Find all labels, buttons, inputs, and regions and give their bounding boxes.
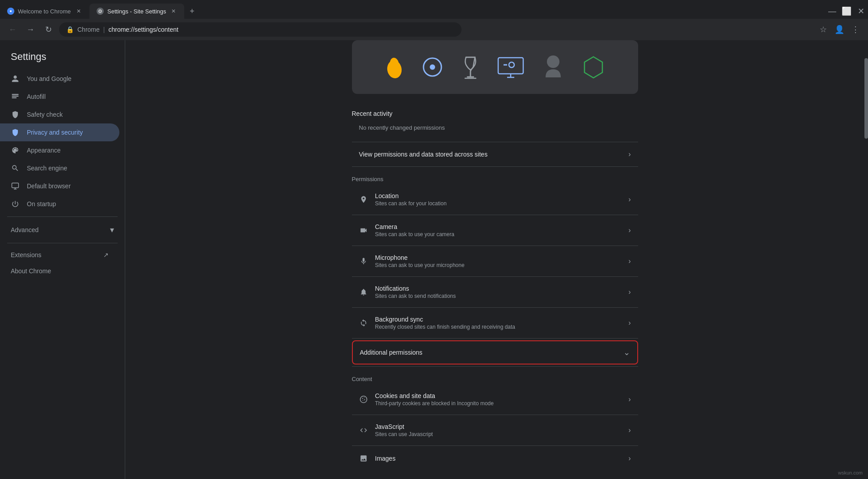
notifications-text: Notifications Sites can ask to send noti…	[375, 285, 622, 299]
separator-5	[352, 276, 638, 277]
content-section-title: Content	[352, 369, 638, 386]
sidebar-item-extensions[interactable]: Extensions ↗	[0, 247, 119, 263]
tab-bar: Welcome to Chrome ✕ ⚙ Settings - Site Se…	[0, 0, 868, 19]
sidebar-item-appearance[interactable]: Appearance	[0, 141, 119, 159]
shield-icon	[11, 110, 20, 119]
scrollbar-thumb[interactable]	[864, 58, 868, 139]
menu-button[interactable]: ⋮	[848, 22, 863, 37]
microphone-title: Microphone	[375, 254, 622, 261]
sidebar-item-privacy-security[interactable]: Privacy and security	[0, 123, 119, 141]
toolbar-right: ☆ 👤 ⋮	[816, 22, 863, 37]
banner-icon-4	[497, 56, 524, 78]
images-arrow: ›	[628, 454, 631, 462]
sidebar-item-autofill[interactable]: Autofill	[0, 88, 119, 106]
sidebar-label-advanced: Advanced	[11, 226, 38, 233]
banner-icon-3	[462, 54, 479, 81]
tab-settings[interactable]: ⚙ Settings - Site Settings ✕	[89, 4, 184, 19]
view-permissions-row[interactable]: View permissions and data stored across …	[352, 144, 638, 165]
sidebar: Settings You and Google Autofill Safety …	[0, 40, 125, 479]
scrollbar-track[interactable]	[864, 40, 868, 479]
separator-2	[352, 166, 638, 167]
bell-icon	[359, 288, 368, 297]
background-sync-title: Background sync	[375, 316, 622, 323]
content-item-cookies[interactable]: Cookies and site data Third-party cookie…	[352, 386, 638, 413]
cookies-arrow: ›	[628, 395, 631, 403]
banner-icon-2	[421, 56, 444, 78]
svg-point-24	[364, 399, 365, 400]
sidebar-label-privacy-security: Privacy and security	[27, 129, 83, 136]
chevron-down-icon: ▾	[110, 225, 114, 235]
bookmark-button[interactable]: ☆	[816, 22, 830, 37]
camera-arrow: ›	[628, 226, 631, 234]
additional-permissions-label: Additional permissions	[360, 349, 623, 356]
separator-10	[352, 445, 638, 446]
icon-banner	[352, 40, 638, 94]
maximize-button[interactable]: ⬜	[839, 4, 854, 18]
minimize-button[interactable]: —	[825, 4, 839, 18]
sync-icon	[359, 318, 368, 327]
tab-close-1[interactable]: ✕	[75, 8, 82, 15]
person-icon	[11, 74, 20, 83]
microphone-icon	[359, 257, 368, 266]
permission-item-microphone[interactable]: Microphone Sites can ask to use your mic…	[352, 248, 638, 275]
reload-button[interactable]: ↻	[41, 22, 55, 37]
recent-activity-title: Recent activity	[352, 110, 638, 117]
permission-item-location[interactable]: Location Sites can ask for your location…	[352, 186, 638, 213]
sidebar-item-safety-check[interactable]: Safety check	[0, 106, 119, 123]
svg-marker-20	[584, 57, 602, 78]
svg-point-22	[362, 398, 363, 399]
recent-activity-section: Recent activity No recently changed perm…	[352, 105, 638, 140]
content-item-images[interactable]: Images ›	[352, 448, 638, 469]
search-icon	[11, 164, 20, 173]
svg-rect-16	[509, 62, 514, 68]
sidebar-label-autofill: Autofill	[27, 93, 46, 100]
tab-favicon-settings: ⚙	[97, 8, 104, 15]
shield-active-icon	[11, 128, 20, 137]
separator-1	[352, 142, 638, 142]
permission-item-camera[interactable]: Camera Sites can ask to use your camera …	[352, 217, 638, 244]
sidebar-item-search-engine[interactable]: Search engine	[0, 159, 119, 177]
camera-title: Camera	[375, 223, 622, 230]
sidebar-item-default-browser[interactable]: Default browser	[0, 177, 119, 195]
close-window-button[interactable]: ✕	[854, 4, 868, 18]
sidebar-label-you-google: You and Google	[27, 75, 72, 82]
camera-icon	[359, 226, 368, 235]
sidebar-label-extensions: Extensions	[11, 251, 41, 259]
additional-permissions-row[interactable]: Additional permissions ⌄	[352, 340, 638, 365]
svg-rect-5	[12, 183, 19, 188]
sidebar-item-on-startup[interactable]: On startup	[0, 195, 119, 213]
sidebar-divider-2	[7, 243, 118, 243]
address-path: chrome://settings/content	[108, 26, 178, 33]
address-bar[interactable]: 🔒 Chrome | chrome://settings/content	[59, 22, 462, 37]
back-button[interactable]: ←	[5, 22, 20, 37]
separator-6	[352, 307, 638, 308]
javascript-arrow: ›	[628, 426, 631, 434]
content-item-javascript[interactable]: JavaScript Sites can use Javascript ›	[352, 417, 638, 444]
tab-close-2[interactable]: ✕	[170, 8, 177, 15]
tab-welcome-chrome[interactable]: Welcome to Chrome ✕	[0, 4, 89, 19]
microphone-arrow: ›	[628, 257, 631, 265]
new-tab-button[interactable]: +	[186, 5, 199, 17]
svg-point-23	[364, 398, 364, 398]
svg-rect-14	[498, 58, 523, 74]
content-area: Recent activity No recently changed perm…	[334, 40, 656, 479]
javascript-text: JavaScript Sites can use Javascript	[375, 423, 622, 437]
sidebar-label-appearance: Appearance	[27, 147, 61, 154]
banner-icon-6	[582, 55, 605, 80]
sidebar-item-about-chrome[interactable]: About Chrome	[0, 263, 119, 279]
palette-icon	[11, 146, 20, 155]
svg-rect-4	[12, 97, 17, 98]
images-title: Images	[375, 455, 622, 462]
background-sync-arrow: ›	[628, 319, 631, 327]
forward-button[interactable]: →	[23, 22, 38, 37]
location-icon	[359, 195, 368, 204]
location-text: Location Sites can ask for your location	[375, 192, 622, 207]
account-button[interactable]: 👤	[832, 22, 847, 37]
permission-item-background-sync[interactable]: Background sync Recently closed sites ca…	[352, 309, 638, 336]
sidebar-item-advanced[interactable]: Advanced ▾	[0, 220, 125, 239]
images-text: Images	[375, 455, 622, 462]
separator-3	[352, 215, 638, 215]
sidebar-item-you-google[interactable]: You and Google	[0, 70, 119, 88]
permission-item-notifications[interactable]: Notifications Sites can ask to send noti…	[352, 279, 638, 305]
browser-icon	[11, 182, 20, 191]
